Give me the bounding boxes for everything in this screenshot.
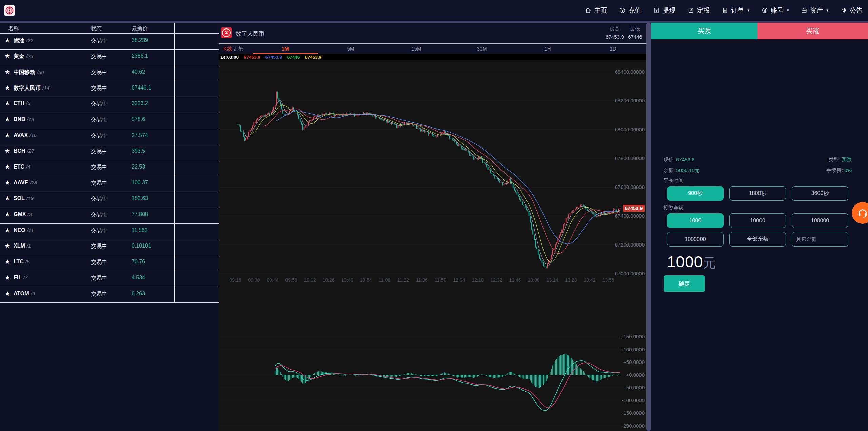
svg-text:68400.00000: 68400.00000	[615, 69, 645, 75]
market-row[interactable]: ★XLM/1交易中0.10101	[0, 239, 219, 255]
tab-1h[interactable]: 1H	[544, 46, 551, 52]
selected-amount-display: 1000元	[667, 253, 716, 272]
nav-item-notice[interactable]: 公告	[841, 6, 863, 15]
favorite-star-icon[interactable]: ★	[5, 258, 10, 266]
headset-icon	[857, 208, 868, 218]
asset-code: /16	[29, 132, 37, 138]
market-row[interactable]: ★GMX/3交易中77.808	[0, 208, 219, 224]
bank-logo-icon[interactable]	[4, 5, 15, 16]
tab-trend[interactable]: 走势	[233, 46, 243, 52]
confirm-button[interactable]: 确定	[664, 275, 705, 292]
nav-item-assets[interactable]: 资产▾	[801, 6, 828, 15]
asset-price: 6.263	[132, 291, 145, 297]
amount-button-10000[interactable]: 10000	[729, 213, 786, 228]
asset-code: /9	[31, 291, 35, 296]
market-row[interactable]: ★BCH/27交易中393.5	[0, 144, 219, 160]
market-row[interactable]: ★FIL/7交易中4.534	[0, 271, 219, 287]
favorite-star-icon[interactable]: ★	[5, 227, 10, 234]
nav-item-account[interactable]: 账号▾	[762, 6, 789, 15]
nav-item-home[interactable]: 主页	[585, 6, 607, 15]
favorite-star-icon[interactable]: ★	[5, 84, 10, 92]
favorite-star-icon[interactable]: ★	[5, 116, 10, 123]
nav-item-withdraw[interactable]: 提现	[653, 6, 675, 15]
asset-status: 交易中	[91, 275, 107, 282]
svg-text:-100.0000: -100.0000	[622, 397, 645, 403]
fee-value: 0%	[844, 167, 852, 173]
svg-text:67600.00000: 67600.00000	[615, 184, 645, 190]
tab-5m[interactable]: 5M	[347, 46, 354, 52]
tab-kline[interactable]: K线	[223, 46, 232, 52]
svg-text:09:58: 09:58	[285, 277, 297, 283]
nav-item-orders[interactable]: 订单▾	[722, 6, 749, 15]
svg-text:+150.0000: +150.0000	[620, 334, 645, 339]
chart-scrollbar[interactable]	[646, 23, 651, 431]
market-row[interactable]: ★数字人民币/14交易中67446.1	[0, 81, 219, 97]
amount-button-1000000[interactable]: 1000000	[667, 232, 724, 247]
favorite-star-icon[interactable]: ★	[5, 68, 10, 76]
current-price-row: 现价: 67453.8	[663, 157, 695, 163]
market-row[interactable]: ★黄金/23交易中2386.1	[0, 50, 219, 65]
asset-status: 交易中	[91, 69, 107, 76]
favorite-star-icon[interactable]: ★	[5, 242, 10, 250]
kline-chart[interactable]: 68400.0000068200.0000068000.0000067800.0…	[219, 60, 646, 431]
duration-button-1800[interactable]: 1800秒	[729, 186, 786, 201]
price-label: 现价:	[663, 157, 675, 162]
market-row[interactable]: ★AAVE/28交易中100.37	[0, 176, 219, 192]
recharge-icon	[619, 7, 626, 14]
asset-name: NEO/11	[14, 227, 34, 233]
favorite-star-icon[interactable]: ★	[5, 290, 10, 297]
duration-button-3600[interactable]: 3600秒	[792, 186, 848, 201]
favorite-star-icon[interactable]: ★	[5, 211, 10, 218]
balance-row: 余额: 5050.10元	[663, 167, 700, 174]
asset-name: SOL/19	[14, 195, 34, 201]
favorite-star-icon[interactable]: ★	[5, 147, 10, 155]
market-row[interactable]: ★AVAX/16交易中27.574	[0, 129, 219, 145]
amount-number: 1000	[667, 253, 703, 271]
market-row[interactable]: ★ETH/6交易中3223.2	[0, 97, 219, 113]
favorite-star-icon[interactable]: ★	[5, 163, 10, 171]
favorite-star-icon[interactable]: ★	[5, 179, 10, 187]
favorite-star-icon[interactable]: ★	[5, 37, 10, 44]
asset-price: 182.63	[132, 195, 148, 201]
tab-15m[interactable]: 15M	[411, 46, 421, 52]
duration-button-900[interactable]: 900秒	[667, 186, 724, 201]
favorite-star-icon[interactable]: ★	[5, 132, 10, 139]
amount-row-2: 1000000全部余额	[667, 232, 848, 247]
svg-text:12:18: 12:18	[472, 277, 484, 283]
asset-status: 交易中	[91, 85, 107, 92]
market-row[interactable]: ★BNB/18交易中578.6	[0, 113, 219, 129]
nav-item-invest[interactable]: 定投	[688, 6, 710, 15]
favorite-star-icon[interactable]: ★	[5, 52, 10, 60]
svg-text:11:22: 11:22	[397, 277, 409, 283]
asset-price: 77.808	[132, 211, 148, 217]
asset-price: 2386.1	[132, 53, 148, 59]
market-row[interactable]: ★中国移动/30交易中40.62	[0, 65, 219, 81]
close-time-label: 平仓时间	[663, 178, 684, 184]
other-amount-input[interactable]	[792, 232, 848, 247]
asset-status: 交易中	[91, 180, 107, 187]
market-row[interactable]: ★ETC/4交易中22.53	[0, 160, 219, 176]
tab-1d[interactable]: 1D	[610, 46, 616, 52]
market-row[interactable]: ★SOL/19交易中182.63	[0, 192, 219, 208]
buy-down-button[interactable]: 买跌	[651, 23, 757, 39]
amount-button-all-balance[interactable]: 全部余额	[729, 232, 786, 247]
orders-icon	[722, 7, 728, 14]
favorite-star-icon[interactable]: ★	[5, 195, 10, 202]
market-row[interactable]: ★LTC/5交易中70.76	[0, 255, 219, 271]
nav-item-recharge[interactable]: 充值	[619, 6, 641, 15]
asset-price: 393.5	[132, 148, 145, 154]
asset-code: /6	[26, 100, 31, 106]
buy-up-button[interactable]: 买涨	[757, 23, 868, 39]
amount-button-1000[interactable]: 1000	[667, 213, 724, 228]
market-row[interactable]: ★燃油/22交易中38.239	[0, 34, 219, 50]
market-row[interactable]: ★NEO/11交易中11.562	[0, 224, 219, 240]
tab-30m[interactable]: 30M	[477, 46, 487, 52]
favorite-star-icon[interactable]: ★	[5, 100, 10, 107]
column-header: 最新价	[132, 25, 148, 32]
amount-button-100000[interactable]: 100000	[792, 213, 848, 228]
tab-1m[interactable]: 1M	[282, 46, 289, 52]
market-row[interactable]: ★ATOM/9交易中6.263	[0, 287, 219, 303]
favorite-star-icon[interactable]: ★	[5, 274, 10, 281]
svg-text:-150.0000: -150.0000	[622, 410, 645, 416]
asset-price: 40.62	[132, 69, 145, 75]
